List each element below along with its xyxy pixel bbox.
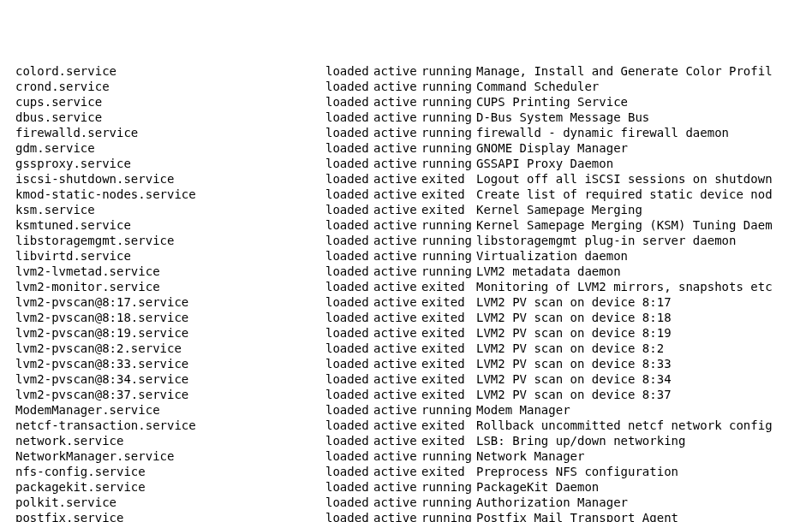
unit-name: lvm2-pvscan@8:2.service	[2, 341, 325, 356]
active-state: active	[373, 264, 421, 279]
description: LVM2 metadata daemon	[476, 264, 621, 279]
sub-state: running	[421, 110, 476, 125]
service-row: cups.serviceloadedactiverunningCUPS Prin…	[2, 94, 812, 110]
unit-name: lvm2-pvscan@8:17.service	[2, 294, 325, 310]
service-row: lvm2-pvscan@8:37.serviceloadedactiveexit…	[2, 387, 812, 402]
unit-name: dbus.service	[2, 110, 325, 125]
terminal-output[interactable]: colord.serviceloadedactiverunningManage,…	[0, 62, 812, 522]
load-state: loaded	[325, 402, 373, 418]
sub-state: exited	[421, 279, 476, 294]
service-row: kmod-static-nodes.serviceloadedactiveexi…	[2, 187, 812, 202]
load-state: loaded	[325, 264, 373, 279]
unit-name: colord.service	[2, 63, 325, 79]
unit-name: cups.service	[2, 94, 325, 110]
service-row: dbus.serviceloadedactiverunningD-Bus Sys…	[2, 110, 812, 125]
sub-state: running	[421, 402, 476, 418]
sub-state: exited	[421, 418, 476, 433]
unit-name: netcf-transaction.service	[2, 418, 325, 433]
sub-state: exited	[421, 341, 476, 356]
unit-name: lvm2-pvscan@8:19.service	[2, 325, 325, 341]
service-row: ksmtuned.serviceloadedactiverunningKerne…	[2, 217, 812, 233]
load-state: loaded	[325, 325, 373, 341]
sub-state: running	[421, 94, 476, 110]
description: GSSAPI Proxy Daemon	[476, 156, 613, 171]
load-state: loaded	[325, 341, 373, 356]
load-state: loaded	[325, 125, 373, 140]
sub-state: exited	[421, 371, 476, 387]
sub-state: running	[421, 156, 476, 171]
sub-state: exited	[421, 325, 476, 341]
unit-name: polkit.service	[2, 495, 325, 510]
unit-name: postfix.service	[2, 510, 325, 522]
service-row: packagekit.serviceloadedactiverunningPac…	[2, 479, 812, 495]
unit-name: lvm2-monitor.service	[2, 279, 325, 294]
sub-state: running	[421, 510, 476, 522]
sub-state: exited	[421, 202, 476, 217]
service-row: lvm2-monitor.serviceloadedactiveexited M…	[2, 279, 812, 294]
description: Kernel Samepage Merging	[476, 202, 642, 217]
active-state: active	[373, 279, 421, 294]
load-state: loaded	[325, 156, 373, 171]
active-state: active	[373, 402, 421, 418]
load-state: loaded	[325, 418, 373, 433]
active-state: active	[373, 171, 421, 187]
service-row: NetworkManager.serviceloadedactiverunnin…	[2, 448, 812, 464]
active-state: active	[373, 479, 421, 495]
service-row: gssproxy.serviceloadedactiverunningGSSAP…	[2, 156, 812, 171]
active-state: active	[373, 433, 421, 448]
description: LVM2 PV scan on device 8:18	[476, 310, 672, 325]
load-state: loaded	[325, 479, 373, 495]
unit-name: kmod-static-nodes.service	[2, 187, 325, 202]
unit-name: NetworkManager.service	[2, 448, 325, 464]
description: CUPS Printing Service	[476, 94, 628, 110]
description: Command Scheduler	[476, 79, 599, 94]
service-row: lvm2-lvmetad.serviceloadedactiverunningL…	[2, 264, 812, 279]
load-state: loaded	[325, 202, 373, 217]
service-row: nfs-config.serviceloadedactiveexited Pre…	[2, 464, 812, 479]
load-state: loaded	[325, 279, 373, 294]
service-row: postfix.serviceloadedactiverunningPostfi…	[2, 510, 812, 522]
sub-state: running	[421, 448, 476, 464]
sub-state: running	[421, 125, 476, 140]
description: Virtualization daemon	[476, 248, 628, 264]
service-row: firewalld.serviceloadedactiverunningfire…	[2, 125, 812, 140]
unit-name: lvm2-pvscan@8:18.service	[2, 310, 325, 325]
service-row: iscsi-shutdown.serviceloadedactiveexited…	[2, 171, 812, 187]
service-row: gdm.serviceloadedactiverunningGNOME Disp…	[2, 140, 812, 156]
active-state: active	[373, 187, 421, 202]
sub-state: exited	[421, 387, 476, 402]
service-row: lvm2-pvscan@8:2.serviceloadedactiveexite…	[2, 341, 812, 356]
unit-name: packagekit.service	[2, 479, 325, 495]
service-row: netcf-transaction.serviceloadedactiveexi…	[2, 418, 812, 433]
unit-name: ksm.service	[2, 202, 325, 217]
description: LSB: Bring up/down networking	[476, 433, 685, 448]
sub-state: exited	[421, 310, 476, 325]
sub-state: running	[421, 495, 476, 510]
sub-state: exited	[421, 187, 476, 202]
description: LVM2 PV scan on device 8:33	[476, 356, 672, 371]
unit-name: iscsi-shutdown.service	[2, 171, 325, 187]
load-state: loaded	[325, 495, 373, 510]
description: libstoragemgmt plug-in server daemon	[476, 233, 736, 248]
service-row: colord.serviceloadedactiverunningManage,…	[2, 63, 812, 79]
unit-name: lvm2-pvscan@8:37.service	[2, 387, 325, 402]
active-state: active	[373, 217, 421, 233]
active-state: active	[373, 495, 421, 510]
service-row: lvm2-pvscan@8:34.serviceloadedactiveexit…	[2, 371, 812, 387]
sub-state: running	[421, 79, 476, 94]
load-state: loaded	[325, 510, 373, 522]
sub-state: exited	[421, 433, 476, 448]
description: Rollback uncommitted netcf network confi…	[476, 418, 773, 433]
description: GNOME Display Manager	[476, 140, 628, 156]
sub-state: exited	[421, 171, 476, 187]
active-state: active	[373, 510, 421, 522]
active-state: active	[373, 233, 421, 248]
sub-state: running	[421, 248, 476, 264]
sub-state: running	[421, 264, 476, 279]
active-state: active	[373, 325, 421, 341]
active-state: active	[373, 310, 421, 325]
active-state: active	[373, 248, 421, 264]
load-state: loaded	[325, 310, 373, 325]
description: LVM2 PV scan on device 8:19	[476, 325, 672, 341]
unit-name: gssproxy.service	[2, 156, 325, 171]
